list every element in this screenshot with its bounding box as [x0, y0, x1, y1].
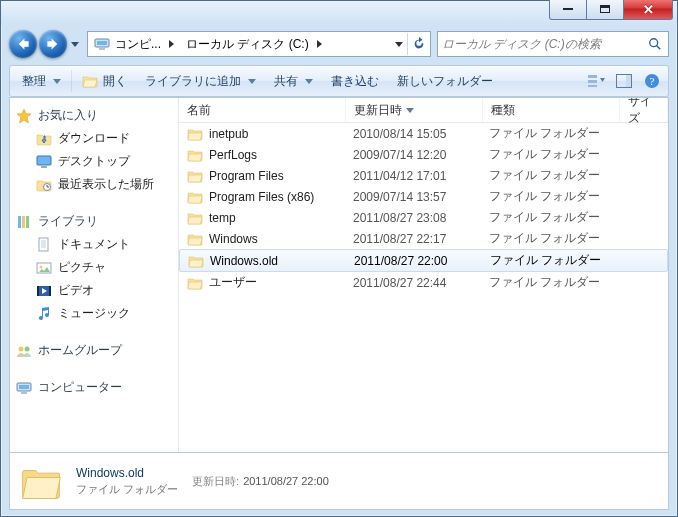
organize-button[interactable]: 整理 [14, 69, 69, 93]
navigation-bar: コンピ... ローカル ディスク (C:) ローカル ディスク (C:)の検索 [9, 27, 669, 61]
favorites-group: お気に入り ダウンロード デスクトップ 最近表示した場所 [16, 104, 176, 196]
search-icon [646, 37, 664, 51]
open-label: 開く [103, 73, 127, 90]
videos-icon [36, 283, 52, 299]
minimize-button[interactable] [549, 0, 587, 20]
crumb-separator[interactable] [314, 32, 324, 56]
crumb-drive[interactable]: ローカル ディスク (C:) [180, 32, 328, 56]
pictures-icon [36, 260, 52, 276]
forward-button[interactable] [39, 30, 67, 58]
cell-date: 2011/08/27 22:00 [346, 254, 482, 268]
sidebar-item-music[interactable]: ミュージック [16, 302, 176, 325]
crumb-computer[interactable]: コンピ... [88, 32, 180, 56]
sidebar-item-label: ダウンロード [58, 130, 130, 147]
sidebar-item-label: ビデオ [58, 282, 94, 299]
cell-date: 2010/08/14 15:05 [345, 127, 481, 141]
address-bar[interactable]: コンピ... ローカル ディスク (C:) [87, 31, 431, 57]
folder-icon [187, 210, 203, 226]
file-row[interactable]: PerfLogs2009/07/14 12:20ファイル フォルダー [179, 144, 668, 165]
favorites-header[interactable]: お気に入り [16, 104, 176, 127]
column-header-size[interactable]: サイズ [620, 98, 668, 122]
svg-point-24 [25, 346, 30, 351]
sidebar-item-videos[interactable]: ビデオ [16, 279, 176, 302]
crumb-drive-label: ローカル ディスク (C:) [186, 36, 309, 53]
folder-large-icon [20, 461, 62, 501]
nav-buttons [9, 30, 81, 58]
computer-header[interactable]: コンピューター [16, 376, 176, 399]
burn-label: 書き込む [331, 73, 379, 90]
file-row[interactable]: Program Files2011/04/12 17:01ファイル フォルダー [179, 165, 668, 186]
help-button[interactable]: ? [640, 70, 664, 92]
sidebar-item-recent[interactable]: 最近表示した場所 [16, 173, 176, 196]
rows-container[interactable]: inetpub2010/08/14 15:05ファイル フォルダーPerfLog… [179, 123, 668, 459]
column-header-name[interactable]: 名前 [179, 98, 346, 122]
cell-type: ファイル フォルダー [481, 188, 617, 205]
cell-name: Windows [179, 231, 345, 247]
preview-pane-icon [616, 74, 632, 88]
svg-rect-5 [588, 80, 597, 83]
burn-button[interactable]: 書き込む [323, 69, 387, 93]
svg-rect-27 [21, 392, 27, 394]
svg-rect-26 [19, 385, 29, 389]
open-button[interactable]: 開く [74, 69, 135, 93]
sidebar-item-pictures[interactable]: ピクチャ [16, 256, 176, 279]
search-placeholder: ローカル ディスク (C:)の検索 [442, 36, 601, 53]
organize-label: 整理 [22, 73, 46, 90]
explorer-window: ✕ コンピ... ローカル ディスク (C:) [0, 0, 678, 517]
refresh-button[interactable] [407, 33, 430, 55]
column-header-date[interactable]: 更新日時 [346, 98, 483, 122]
sidebar-item-downloads[interactable]: ダウンロード [16, 127, 176, 150]
crumb-separator[interactable] [166, 32, 176, 56]
homegroup-header[interactable]: ホームグループ [16, 339, 176, 362]
search-box[interactable]: ローカル ディスク (C:)の検索 [437, 31, 669, 57]
libraries-header[interactable]: ライブラリ [16, 210, 176, 233]
sort-descending-icon [406, 106, 414, 114]
help-icon: ? [644, 73, 660, 89]
cell-date: 2009/07/14 13:57 [345, 190, 481, 204]
maximize-button[interactable] [587, 0, 624, 20]
column-header-type[interactable]: 種類 [483, 98, 620, 122]
cell-date: 2011/08/27 22:44 [345, 276, 481, 290]
svg-rect-11 [37, 156, 51, 165]
chevron-down-icon [71, 40, 79, 48]
sidebar-item-label: ミュージック [58, 305, 130, 322]
details-date-value: 2011/08/27 22:00 [243, 475, 329, 487]
preview-pane-button[interactable] [612, 70, 636, 92]
file-row[interactable]: Windows2011/08/27 22:17ファイル フォルダー [179, 228, 668, 249]
homegroup-group: ホームグループ [16, 339, 176, 362]
folder-icon [187, 231, 203, 247]
close-button[interactable]: ✕ [624, 0, 673, 20]
file-row[interactable]: Program Files (x86)2009/07/14 13:57ファイル … [179, 186, 668, 207]
share-button[interactable]: 共有 [266, 69, 321, 93]
back-button[interactable] [9, 30, 37, 58]
cell-name: Program Files (x86) [179, 189, 345, 205]
close-icon: ✕ [643, 2, 654, 17]
navigation-pane[interactable]: お気に入り ダウンロード デスクトップ 最近表示した場所 [10, 98, 179, 459]
details-modified: 更新日時:2011/08/27 22:00 [192, 473, 329, 489]
sidebar-item-documents[interactable]: ドキュメント [16, 233, 176, 256]
add-to-library-button[interactable]: ライブラリに追加 [137, 69, 264, 93]
new-folder-button[interactable]: 新しいフォルダー [389, 69, 501, 93]
chevron-down-icon [53, 77, 61, 85]
history-dropdown[interactable] [69, 35, 81, 53]
sidebar-item-label: ドキュメント [58, 236, 130, 253]
details-date-label: 更新日時: [192, 475, 239, 487]
libraries-group: ライブラリ ドキュメント ピクチャ ビデオ ミュージック [16, 210, 176, 325]
file-row[interactable]: Windows.old2011/08/27 22:00ファイル フォルダー [179, 249, 668, 272]
address-dropdown[interactable] [391, 40, 407, 48]
file-row[interactable]: inetpub2010/08/14 15:05ファイル フォルダー [179, 123, 668, 144]
homegroup-label: ホームグループ [38, 342, 122, 359]
computer-icon [16, 380, 32, 396]
sidebar-item-label: ピクチャ [58, 259, 106, 276]
sidebar-item-desktop[interactable]: デスクトップ [16, 150, 176, 173]
cell-name: inetpub [179, 126, 345, 142]
file-row[interactable]: temp2011/08/27 23:08ファイル フォルダー [179, 207, 668, 228]
view-options-button[interactable] [584, 70, 608, 92]
cell-name: ユーザー [179, 274, 345, 291]
cell-type: ファイル フォルダー [481, 167, 617, 184]
file-row[interactable]: ユーザー2011/08/27 22:44ファイル フォルダー [179, 272, 668, 293]
desktop-icon [36, 154, 52, 170]
file-list: 名前 更新日時 種類 サイズ inetpub2010/08/14 15:05ファ… [179, 98, 668, 459]
cell-date: 2011/08/27 22:17 [345, 232, 481, 246]
svg-point-23 [19, 346, 24, 351]
